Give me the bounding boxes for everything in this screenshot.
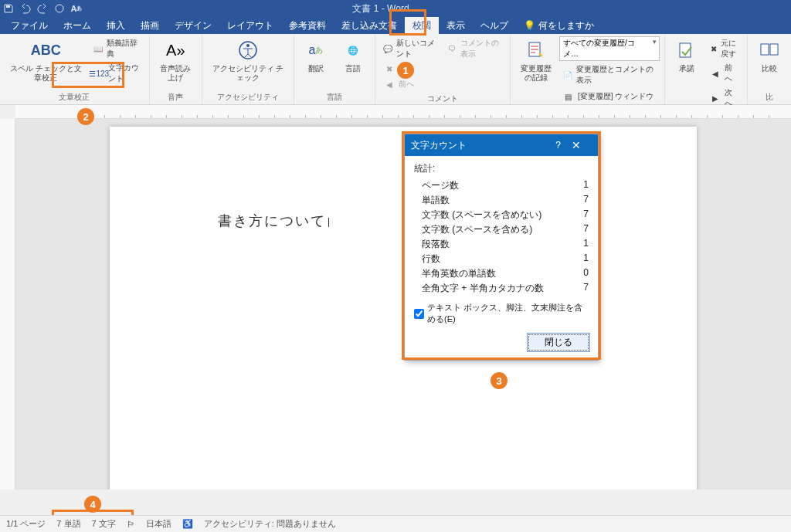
status-bar: 1/1 ページ 7 単語 7 文字 🏳 日本語 ♿ アクセシビリティ: 問題あり… (0, 515, 791, 532)
tab-mailings[interactable]: 差し込み文書 (334, 17, 405, 34)
tab-insert[interactable]: 挿入 (99, 17, 133, 34)
language-button[interactable]: 🌐 言語 (336, 36, 370, 75)
spellcheck-button[interactable]: ABC スペル チェックと文章校正 (5, 36, 87, 84)
group-label-language: 言語 (299, 90, 370, 104)
ribbon-tabs: ファイル ホーム 挿入 描画 デザイン レイアウト 参考資料 差し込み文書 校閲… (0, 17, 791, 34)
track-changes-button[interactable]: 変更履歴の記録 (515, 36, 556, 84)
stat-value: 1 (583, 238, 589, 251)
font-icon[interactable]: Aあ (71, 3, 82, 14)
quick-access-toolbar: Aあ (3, 3, 82, 14)
reject-icon: ✖ (710, 42, 718, 55)
prev-comment-icon: ◀ (383, 78, 396, 90)
show-markup-button[interactable]: 📄 変更履歴とコメントの表示 (559, 63, 660, 87)
status-wordcount[interactable]: 7 単語 (56, 518, 80, 530)
svg-rect-7 (770, 44, 778, 55)
dialog-close-button[interactable]: 閉じる (527, 333, 590, 352)
redo-icon[interactable] (37, 3, 48, 14)
touch-mode-icon[interactable] (54, 3, 65, 14)
group-tracking: 変更履歴の記録 すべての変更履歴/コメ… 📄 変更履歴とコメントの表示 ▤ [変… (511, 34, 665, 104)
accept-button[interactable]: 承諾 (670, 36, 704, 75)
svg-rect-0 (6, 5, 10, 8)
readaloud-icon: A» (163, 38, 188, 63)
track-changes-icon (524, 38, 548, 63)
compare-button[interactable]: 比較 (752, 36, 786, 75)
include-textbox-checkbox[interactable]: テキスト ボックス、脚注、文末脚注を含める(E) (414, 302, 589, 325)
stat-row: 全角文字 + 半角カタカナの数7 (414, 281, 589, 296)
tab-home[interactable]: ホーム (56, 17, 99, 34)
prev-comment-button[interactable]: ◀ 前へ (380, 76, 441, 92)
tab-design[interactable]: デザイン (167, 17, 219, 34)
document-body-text[interactable]: 書き方について (218, 213, 326, 229)
dialog-body: 統計: ページ数1単語数7文字数 (スペースを含めない)7文字数 (スペースを含… (405, 156, 598, 333)
tell-me[interactable]: 💡 何をしますか (516, 17, 602, 34)
stat-value: 7 (583, 223, 589, 236)
stat-row: 行数1 (414, 252, 589, 266)
include-textbox-input[interactable] (414, 309, 424, 319)
group-accessibility: アクセシビリティ チェック アクセシビリティ (202, 34, 294, 104)
tab-file[interactable]: ファイル (3, 17, 56, 34)
group-label-proofing: 文章校正 (5, 90, 144, 104)
tab-references[interactable]: 参考資料 (281, 17, 334, 34)
globe-icon: 🌐 (341, 38, 365, 63)
group-label-comments: コメント (380, 92, 505, 106)
stat-key: 文字数 (スペースを含めない) (414, 208, 541, 222)
status-accessibility[interactable]: アクセシビリティ: 問題ありません (204, 518, 336, 530)
reject-button[interactable]: ✖元に戻す (707, 36, 742, 61)
wordcount-dialog: 文字カウント ? ✕ 統計: ページ数1単語数7文字数 (スペースを含めない)7… (404, 134, 599, 361)
stat-value: 7 (583, 194, 589, 207)
status-charcount[interactable]: 7 文字 (92, 518, 116, 530)
tab-draw[interactable]: 描画 (133, 17, 167, 34)
group-changes: 承諾 ✖元に戻す ◀前へ ▶次へ 変更箇所 (665, 34, 748, 104)
prev-change-button[interactable]: ◀前へ (707, 61, 742, 86)
dialog-help-icon[interactable]: ? (555, 140, 561, 151)
status-language[interactable]: 日本語 (146, 518, 171, 530)
workspace: 書き方について (0, 119, 791, 490)
tab-help[interactable]: ヘルプ (473, 17, 516, 34)
stat-row: 文字数 (スペースを含めない)7 (414, 208, 589, 222)
stat-row: 段落数1 (414, 237, 589, 252)
status-page[interactable]: 1/1 ページ (6, 518, 46, 530)
display-for-review-select[interactable]: すべての変更履歴/コメ… (559, 36, 660, 61)
stat-key: 段落数 (414, 238, 450, 251)
stats-header: 統計: (414, 162, 589, 175)
title-bar: Aあ 文書 1 - Word (0, 0, 791, 17)
thesaurus-button[interactable]: 📖 類義語辞典 (90, 36, 144, 61)
ruler-horizontal (15, 105, 791, 119)
dialog-title: 文字カウント (411, 139, 467, 152)
compare-icon (757, 38, 782, 63)
step-badge-1: 1 (397, 62, 414, 79)
document-area[interactable]: 書き方について (15, 119, 791, 490)
reviewing-pane-button[interactable]: ▤ [変更履歴] ウィンドウ (559, 89, 660, 104)
translate-button[interactable]: aあ 翻訳 (299, 36, 333, 75)
tab-view[interactable]: 表示 (439, 17, 473, 34)
a11y-check-button[interactable]: アクセシビリティ チェック (207, 36, 289, 84)
group-label-a11y: アクセシビリティ (207, 90, 289, 104)
show-markup-icon: 📄 (562, 69, 573, 81)
save-icon[interactable] (3, 3, 14, 14)
dialog-close-icon[interactable]: ✕ (561, 139, 592, 151)
spellcheck-icon: ABC (33, 38, 58, 63)
translate-icon: aあ (304, 38, 328, 63)
undo-icon[interactable] (20, 3, 31, 14)
thesaurus-icon: 📖 (93, 42, 104, 55)
wordcount-button[interactable]: ☰123 文字カウント (90, 61, 144, 86)
page[interactable]: 書き方について (110, 127, 697, 490)
tab-layout[interactable]: レイアウト (219, 17, 281, 34)
svg-point-3 (246, 44, 250, 47)
stat-value: 1 (583, 252, 589, 266)
stat-row: 単語数7 (414, 193, 589, 208)
show-comments-button[interactable]: 🗨 コメントの表示 (444, 36, 505, 61)
stat-key: 行数 (414, 252, 440, 266)
lightbulb-icon: 💡 (524, 20, 535, 31)
new-comment-button[interactable]: 💬 新しいコメント (380, 36, 441, 61)
group-label-speech: 音声 (154, 90, 197, 104)
stat-row: 文字数 (スペースを含める)7 (414, 222, 589, 237)
prev-change-icon: ◀ (710, 67, 721, 80)
stat-row: 半角英数の単語数0 (414, 266, 589, 281)
step-badge-4: 4 (84, 496, 101, 513)
dialog-titlebar[interactable]: 文字カウント ? ✕ (405, 134, 598, 156)
group-speech: A» 音声読み上げ 音声 (150, 34, 202, 104)
tab-review[interactable]: 校閲 (405, 17, 439, 34)
readaloud-button[interactable]: A» 音声読み上げ (154, 36, 197, 84)
ribbon: ABC スペル チェックと文章校正 📖 類義語辞典 ☰123 文字カウント 文章… (0, 34, 791, 105)
